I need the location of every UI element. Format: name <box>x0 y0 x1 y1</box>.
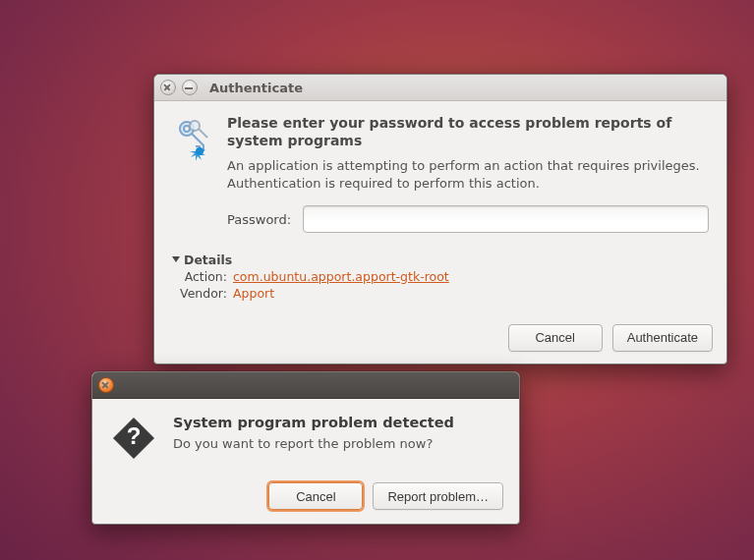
problem-titlebar[interactable] <box>92 372 519 399</box>
password-label: Password: <box>227 212 291 227</box>
keys-icon <box>172 115 215 233</box>
cancel-button[interactable]: Cancel <box>508 324 603 352</box>
desktop-background: Authenticate <box>0 0 754 560</box>
close-icon[interactable] <box>160 80 176 95</box>
problem-report-dialog: ? System program problem detected Do you… <box>91 371 520 525</box>
report-problem-button[interactable]: Report problem… <box>373 482 503 510</box>
authenticate-dialog: Authenticate <box>153 74 727 364</box>
cancel-button[interactable]: Cancel <box>268 482 363 510</box>
question-icon: ? <box>110 415 159 465</box>
action-key: Action: <box>172 269 227 284</box>
authenticate-titlebar[interactable]: Authenticate <box>154 75 726 101</box>
chevron-down-icon <box>172 256 180 262</box>
problem-description: Do you want to report the problem now? <box>173 436 501 451</box>
details-toggle[interactable]: Details <box>172 252 232 267</box>
minimize-icon[interactable] <box>182 80 198 95</box>
svg-text:?: ? <box>127 422 142 449</box>
window-title: Authenticate <box>209 81 303 95</box>
details-label: Details <box>184 252 232 267</box>
close-icon[interactable] <box>98 377 114 393</box>
vendor-value: Apport <box>233 286 709 301</box>
password-input[interactable] <box>303 205 709 233</box>
authenticate-button[interactable]: Authenticate <box>612 324 713 352</box>
auth-description: An application is attempting to perform … <box>227 157 709 192</box>
vendor-key: Vendor: <box>172 286 227 301</box>
problem-heading: System program problem detected <box>173 415 501 430</box>
auth-heading: Please enter your password to access pro… <box>227 115 709 149</box>
action-link[interactable]: com.ubuntu.apport.apport-gtk-root <box>233 269 709 284</box>
